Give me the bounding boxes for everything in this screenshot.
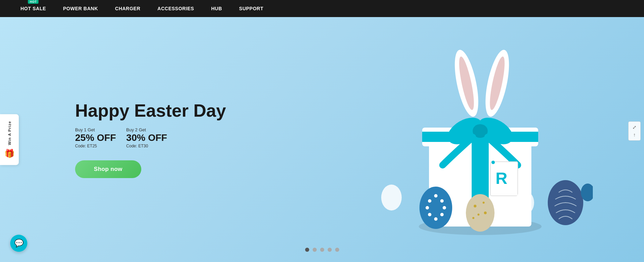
svg-point-31 xyxy=(515,191,534,215)
scroll-up-icon: ↑ xyxy=(633,132,636,137)
nav-item-support[interactable]: SUPPORT xyxy=(239,6,263,11)
carousel-dot-1[interactable] xyxy=(305,248,309,252)
navbar: HOT HOT SALE POWER BANK CHARGER ACCESSOR… xyxy=(0,0,644,17)
carousel-dots xyxy=(305,248,339,252)
offer2-code: Code: ET30 xyxy=(126,144,167,148)
svg-point-15 xyxy=(381,185,402,210)
svg-point-21 xyxy=(443,206,446,209)
hero-offers: Buy 1 Get 25% OFF Code: ET25 Buy 2 Get 3… xyxy=(75,127,226,148)
svg-point-26 xyxy=(474,205,476,207)
offer1-pct: 25% OFF xyxy=(75,133,116,143)
svg-point-30 xyxy=(472,217,474,219)
offer-block-1: Buy 1 Get 25% OFF Code: ET25 xyxy=(75,127,116,148)
nav-item-hub[interactable]: HUB xyxy=(211,6,222,11)
svg-point-17 xyxy=(434,194,438,198)
scroll-up-widget[interactable]: ⤢ ↑ xyxy=(628,121,641,141)
hero-section: Win A Prize 🎁 Happy Easter Day Buy 1 Get… xyxy=(0,17,644,262)
nav-item-accessories[interactable]: ACCESSORIES xyxy=(157,6,194,11)
offer1-label: Buy 1 Get xyxy=(75,127,116,132)
svg-point-24 xyxy=(434,217,438,221)
hero-content: Happy Easter Day Buy 1 Get 25% OFF Code:… xyxy=(75,101,226,178)
carousel-dot-3[interactable] xyxy=(320,248,324,252)
shop-now-button[interactable]: Shop now xyxy=(75,160,141,178)
svg-point-20 xyxy=(426,206,429,209)
chat-icon: 💬 xyxy=(14,239,24,248)
hero-image: R xyxy=(354,29,593,250)
gift-icon: 🎁 xyxy=(4,148,15,158)
nav-item-charger[interactable]: CHARGER xyxy=(115,6,140,11)
carousel-dot-5[interactable] xyxy=(335,248,339,252)
svg-point-19 xyxy=(440,199,444,203)
svg-point-16 xyxy=(419,187,452,229)
svg-point-18 xyxy=(428,199,431,203)
carousel-dot-2[interactable] xyxy=(313,248,317,252)
svg-point-13 xyxy=(491,161,495,164)
offer2-label: Buy 2 Get xyxy=(126,127,167,132)
hot-badge: HOT xyxy=(28,0,39,4)
carousel-dot-4[interactable] xyxy=(328,248,332,252)
easter-scene-svg: R xyxy=(354,29,593,250)
chat-bubble-button[interactable]: 💬 xyxy=(10,235,27,252)
win-prize-label: Win A Prize xyxy=(8,121,12,145)
hero-title: Happy Easter Day xyxy=(75,101,226,120)
svg-point-25 xyxy=(466,194,495,232)
svg-point-23 xyxy=(440,213,444,216)
nav-item-hot-sale[interactable]: HOT HOT SALE xyxy=(20,6,46,11)
offer-block-2: Buy 2 Get 30% OFF Code: ET30 xyxy=(126,127,167,148)
svg-text:R: R xyxy=(496,169,507,187)
svg-point-27 xyxy=(483,202,485,204)
offer1-code: Code: ET25 xyxy=(75,144,116,148)
offer2-pct: 30% OFF xyxy=(126,133,167,143)
nav-item-power-bank[interactable]: POWER BANK xyxy=(63,6,98,11)
svg-point-22 xyxy=(428,213,431,216)
expand-icon: ⤢ xyxy=(632,125,636,130)
svg-point-28 xyxy=(477,214,480,216)
win-prize-widget[interactable]: Win A Prize 🎁 xyxy=(0,114,19,165)
svg-point-29 xyxy=(484,212,487,214)
